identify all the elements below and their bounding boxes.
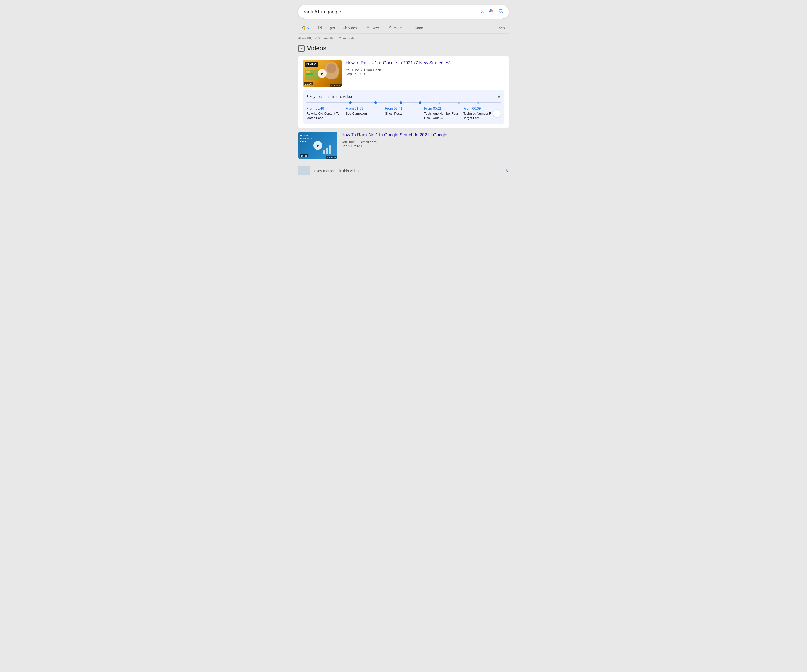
video-card-1-top: RANK #1 ▶ 11:26 PREVIEW How to Rank #1 i… xyxy=(302,60,505,87)
section-menu-icon[interactable]: ⋮ xyxy=(331,46,335,51)
key-moments-title-1: 8 key moments in this video xyxy=(307,94,352,99)
preview-label-2: PREVIEW xyxy=(326,156,337,159)
videos-section-header: Videos ⋮ xyxy=(298,45,509,52)
video-meta-2: YouTube · Simplilearn xyxy=(341,140,509,144)
svg-rect-7 xyxy=(343,26,345,29)
svg-marker-8 xyxy=(346,26,347,28)
video-duration-2: 16:35 xyxy=(300,154,309,157)
thumbnail-bg-1: RANK #1 ▶ 11:26 PREVIEW xyxy=(302,60,342,87)
voice-search-icon[interactable] xyxy=(488,8,494,15)
videos-section-title: Videos xyxy=(307,45,326,52)
video-date-text-1: Sep 15, 2020 xyxy=(346,72,366,76)
bar-1 xyxy=(323,150,325,154)
timeline-dot-2 xyxy=(374,101,377,104)
moment-desc-1: Rewrite Old Content To Match Sear... xyxy=(307,111,344,120)
preview-label-1: PREVIEW xyxy=(330,84,342,87)
video-date-2: Dec 21, 2020 xyxy=(341,144,509,148)
chart-bar xyxy=(306,71,311,73)
timeline-bar-1 xyxy=(307,102,500,103)
google-icon: Q xyxy=(302,26,305,30)
svg-line-4 xyxy=(502,12,503,13)
video-date-1: Sep 15, 2020 xyxy=(346,72,505,76)
thumb-text-2: HOW TORANK NO.1 INSEAR... xyxy=(300,134,315,143)
chart-bar-2 xyxy=(306,73,313,75)
timeline-dot-4 xyxy=(419,101,422,104)
video-title-link-1[interactable]: How to Rank #1 in Google in 2021 (7 New … xyxy=(346,60,505,66)
svg-point-6 xyxy=(319,26,320,27)
search-input[interactable]: rank #1 in google xyxy=(304,9,481,15)
video-thumbnail-2[interactable]: HOW TORANK NO.1 INSEAR... ▶ 16:35 PREVIE… xyxy=(298,132,337,159)
timeline-dot-3 xyxy=(400,101,402,104)
search-bar-icons: × xyxy=(481,8,503,15)
moment-item-3: From 03:41 Ghost Posts xyxy=(385,106,422,120)
face-detail xyxy=(327,63,336,73)
moments-nav-arrow[interactable]: › xyxy=(493,110,500,117)
collapsed-thumb-icon xyxy=(298,166,311,175)
chart-element xyxy=(304,70,319,79)
results-count: About 88,400,000 results (0.71 seconds) xyxy=(298,36,509,40)
video-date-text-2: Dec 21, 2020 xyxy=(341,144,362,148)
timeline-dot-7 xyxy=(477,102,479,104)
moment-time-5[interactable]: From 06:09 xyxy=(463,106,500,111)
play-button-1[interactable]: ▶ xyxy=(318,69,327,78)
images-icon xyxy=(318,25,322,30)
clear-icon[interactable]: × xyxy=(481,9,484,15)
video-duration-1: 11:26 xyxy=(304,82,313,85)
tab-all[interactable]: Q All xyxy=(298,23,314,33)
video-info-2: How To Rank No.1 In Google Search In 202… xyxy=(341,132,509,159)
video-thumbnail-1[interactable]: RANK #1 ▶ 11:26 PREVIEW xyxy=(302,60,342,87)
key-moments-header-1: 8 key moments in this video ∧ xyxy=(307,94,500,99)
thumb-chart-2 xyxy=(323,144,335,154)
moment-time-1[interactable]: From 01:46 xyxy=(307,106,344,111)
videos-icon xyxy=(343,25,347,30)
bar-3 xyxy=(329,146,331,154)
video-source-1: YouTube xyxy=(346,68,359,72)
moment-item-1: From 01:46 Rewrite Old Content To Match … xyxy=(307,106,344,120)
svg-rect-5 xyxy=(319,26,322,29)
video-info-1: How to Rank #1 in Google in 2021 (7 New … xyxy=(346,60,505,87)
collapsed-moments-title-2: 7 key moments in this video xyxy=(313,169,503,173)
video-card-1: RANK #1 ▶ 11:26 PREVIEW How to Rank #1 i… xyxy=(298,56,509,128)
timeline-dot-6 xyxy=(458,102,460,104)
chevron-down-icon-2[interactable]: ∨ xyxy=(506,168,509,173)
key-moments-expanded-1: 8 key moments in this video ∧ From 01:46… xyxy=(302,90,505,124)
bar-2 xyxy=(326,148,328,154)
video-author-1: Brian Dean xyxy=(364,68,381,72)
moments-grid-1: From 01:46 Rewrite Old Content To Match … xyxy=(307,106,500,120)
video-author-2: Simplilearn xyxy=(360,140,377,144)
video-section-icon xyxy=(298,45,304,52)
more-dots-icon: ⋮ xyxy=(410,26,414,30)
tab-tools[interactable]: Tools xyxy=(493,24,509,33)
moment-desc-2: Seo Campaign xyxy=(346,111,383,116)
tab-images[interactable]: Images xyxy=(314,23,339,33)
tab-news[interactable]: News xyxy=(363,23,384,33)
news-icon xyxy=(367,25,370,30)
svg-point-13 xyxy=(390,26,390,27)
key-moments-collapsed-2: 7 key moments in this video ∨ xyxy=(298,163,509,179)
tab-more[interactable]: ⋮ More xyxy=(406,23,427,33)
thumbnail-bg-2: HOW TORANK NO.1 INSEAR... ▶ 16:35 PREVIE… xyxy=(298,132,337,159)
moment-time-2[interactable]: From 01:53 xyxy=(346,106,383,111)
moment-item-2: From 01:53 Seo Campaign xyxy=(346,106,383,120)
search-bar: rank #1 in google × xyxy=(298,5,509,18)
moment-time-3[interactable]: From 03:41 xyxy=(385,106,422,111)
thumbnail-face xyxy=(324,62,339,79)
moment-item-5: From 06:09 Techniqu Number F... Target L… xyxy=(463,106,500,120)
video-source-2: YouTube xyxy=(341,140,355,144)
svg-marker-14 xyxy=(301,47,302,50)
svg-rect-0 xyxy=(490,9,492,12)
chevron-up-icon[interactable]: ∧ xyxy=(497,94,500,99)
timeline-dot-1 xyxy=(349,101,352,104)
search-button-icon[interactable] xyxy=(498,8,503,15)
tab-maps[interactable]: Maps xyxy=(384,23,406,33)
rank-label: RANK #1 xyxy=(304,62,318,67)
moment-time-4[interactable]: From 05:21 xyxy=(424,106,461,111)
video-title-link-2[interactable]: How To Rank No.1 In Google Search In 202… xyxy=(341,132,509,138)
moment-item-4: From 05:21 Technique Number Four Rank Yo… xyxy=(424,106,461,120)
video-card-2: HOW TORANK NO.1 INSEAR... ▶ 16:35 PREVIE… xyxy=(298,132,509,159)
moment-desc-3: Ghost Posts xyxy=(385,111,422,116)
search-tabs: Q All Images Videos xyxy=(298,23,509,33)
timeline-dot-5 xyxy=(438,102,440,104)
tab-videos[interactable]: Videos xyxy=(339,23,363,33)
play-button-2[interactable]: ▶ xyxy=(313,141,322,150)
